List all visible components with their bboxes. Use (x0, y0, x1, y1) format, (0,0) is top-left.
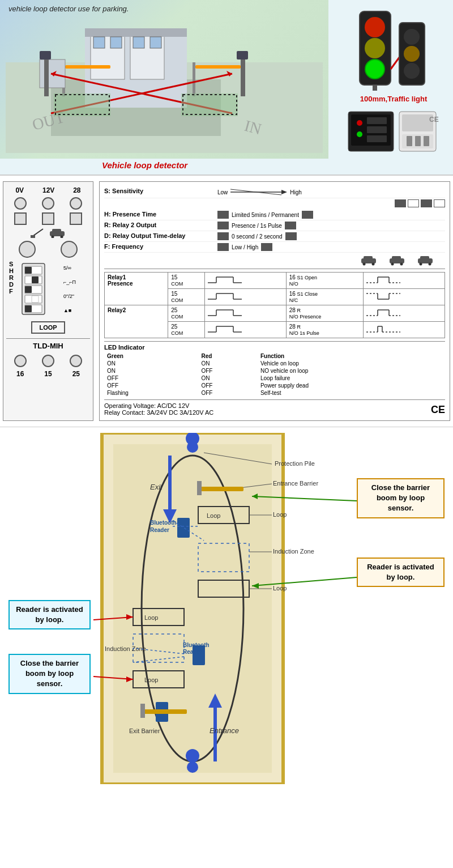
low-label: Low (217, 189, 228, 195)
car-icon-1 (360, 256, 377, 266)
relay1-wave-2 (205, 289, 287, 305)
shrdf-labels: S H R D F (9, 261, 14, 295)
terminal-circles-top (6, 197, 90, 210)
dip-svg (19, 261, 59, 317)
terminal-15: 15 (44, 370, 52, 378)
svg-rect-47 (367, 135, 387, 142)
terminal-25: 25 (72, 370, 80, 378)
terminal-circle-16 (14, 355, 27, 367)
terminal-circle-15 (42, 355, 54, 367)
detector-svg: CE (345, 106, 442, 157)
svg-rect-69 (32, 296, 39, 303)
dip-ann-1: 5/∞ (63, 265, 76, 271)
led-red-1: OFF (198, 367, 257, 375)
svg-point-81 (391, 263, 394, 266)
car-icons-row (104, 256, 445, 266)
terminal-0v: 0V (15, 186, 24, 194)
svg-rect-76 (364, 256, 373, 260)
callout-reader-activated-left: Reader is activated by loop. (8, 600, 91, 629)
car-icon (49, 228, 66, 238)
dip-4 (434, 199, 445, 207)
svg-rect-49 (402, 114, 433, 131)
relay1-from-1: 15COM (168, 273, 205, 289)
svg-point-39 (404, 46, 420, 62)
led-green-0: ON (104, 360, 198, 367)
relay1-to-1: 16 S1 OpenN/O (286, 273, 364, 289)
left-panel: 0V 12V 28 (3, 181, 93, 421)
relay2-diagram: Presence / 1s Pulse (217, 222, 445, 229)
label-r: R (9, 274, 14, 281)
exit-text: Exit (150, 483, 163, 491)
svg-rect-67 (25, 286, 32, 293)
svg-rect-71 (25, 305, 32, 312)
operating-info: Operating Voltage: AC/DC 12V Relay Conta… (104, 402, 213, 416)
terminal-16: 16 (16, 370, 24, 378)
svg-rect-28 (237, 51, 248, 59)
svg-point-30 (365, 17, 385, 37)
relay2-label: Relay2 (105, 305, 168, 338)
svg-point-33 (366, 60, 384, 78)
svg-rect-84 (420, 256, 429, 260)
traffic-light-svg (348, 6, 439, 91)
relay1-wave-1 (205, 273, 287, 289)
svg-rect-21 (54, 93, 110, 116)
terminal-12v: 12V (42, 186, 54, 194)
led-green-1: ON (104, 367, 198, 375)
relay2-row1: Relay2 25COM 28 RN/O Presence (105, 305, 445, 322)
led-row-2: OFF ON Loop failure (104, 375, 445, 382)
presence-dip-on (217, 211, 229, 219)
loop-label-right-lower: Loop (273, 585, 287, 592)
presence-label: H: Presence Time (104, 211, 217, 218)
svg-rect-158 (142, 709, 187, 714)
bottom-section: Exit Entrance Protection Pile Entrance B… (0, 427, 453, 790)
relay2-to-1: 28 RN/O Presence (286, 305, 364, 322)
relay1-to-2: 16 S1 CloseN/C (286, 289, 364, 305)
relay2-label: R: Relay 2 Output (104, 222, 217, 228)
svg-rect-52 (415, 136, 421, 146)
loop-label-right: Loop (273, 511, 287, 518)
induction-zone-right-label: Induction Zone (273, 548, 314, 555)
timedelay-row: D: Relay Output Time-delay 0 second / 2 … (104, 231, 445, 242)
middle-section: 0V 12V 28 (0, 176, 453, 427)
callout-reader-activated-right-text: Reader is activated by loop. (367, 563, 434, 581)
right-panel: S: Sensitivity Low High H: Presence Time (99, 181, 450, 421)
timedelay-diagram: 0 second / 2 second (217, 232, 445, 240)
loop-label-entrance: Loop (207, 512, 220, 519)
svg-rect-5 (85, 28, 187, 37)
bluetooth-label-bottom: Bluetooth (183, 642, 210, 648)
led-func-2: Loop failure (258, 375, 445, 382)
svg-point-133 (186, 749, 199, 763)
frequency-label: F: Frequency (104, 243, 217, 250)
dip-ann-4: ▲■ (63, 308, 76, 313)
svg-rect-12 (65, 65, 110, 69)
svg-rect-51 (407, 136, 412, 146)
timedelay-dip2 (285, 232, 297, 240)
terminal-28: 28 (73, 186, 80, 194)
label-h: H (9, 267, 14, 274)
relay2-dip (217, 222, 229, 229)
relay1-row1: Relay1Presence 15COM 16 S1 OpenN/O (105, 273, 445, 289)
voltage-line: Operating Voltage: AC/DC 12V (104, 402, 213, 409)
car-icon-2 (388, 256, 405, 266)
voltage-label: Operating Voltage: (104, 402, 156, 409)
loop-label: LOOP (39, 324, 57, 331)
led-col-red: Red (198, 352, 257, 360)
svg-point-43 (357, 120, 362, 126)
svg-rect-46 (367, 126, 387, 133)
relay2-to-2: 28 RN/O 1s Pulse (286, 322, 364, 338)
callout-close-barrier-top-text: Close the barrier boom by loop sensor. (371, 483, 430, 512)
relay1-label: Relay1Presence (105, 273, 168, 305)
svg-rect-53 (424, 136, 429, 146)
sensitivity-diagram: Low High (217, 188, 445, 197)
relay2-output-1 (364, 305, 445, 322)
parking-scene-svg: OUT IN (6, 6, 323, 153)
led-row-3: OFF OFF Power supply dead (104, 382, 445, 389)
led-green-3: OFF (104, 382, 198, 389)
relay1-from-2: 15COM (168, 289, 205, 305)
sensitivity-row: S: Sensitivity Low High (104, 186, 445, 198)
dip-diagram (19, 261, 59, 318)
diagonal-icon (31, 228, 44, 238)
led-func-4: Self-test (258, 389, 445, 397)
traffic-light-label: 100mm,Traffic light (340, 95, 447, 103)
relay2-from-2: 25COM (168, 322, 205, 338)
